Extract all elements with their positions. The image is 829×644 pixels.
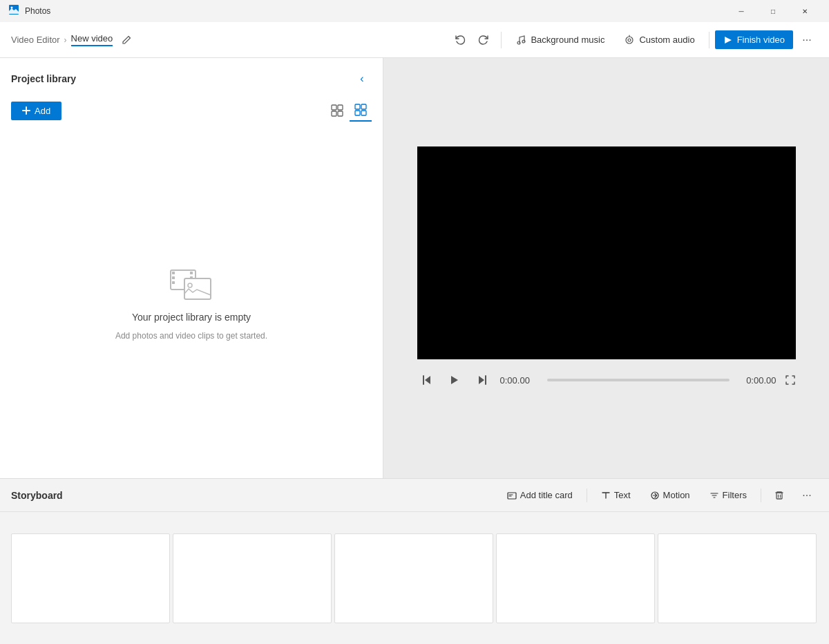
svg-rect-20 [172, 281, 175, 284]
main-content: Project library ‹ Add [0, 58, 829, 478]
svg-rect-16 [361, 111, 366, 115]
svg-rect-9 [332, 105, 336, 110]
add-title-card-button[interactable]: Add title card [500, 487, 580, 503]
empty-library-icon [169, 265, 213, 303]
filters-button[interactable]: Filters [703, 487, 754, 503]
storyboard-content [0, 512, 829, 644]
svg-rect-14 [361, 104, 366, 109]
storyboard-panel: Storyboard Add title card Text Motion [0, 478, 829, 644]
library-header: Project library ‹ [0, 58, 383, 94]
preview-panel: 0:00.00 0:00.00 [383, 58, 829, 478]
storyboard-card[interactable] [658, 533, 817, 623]
storyboard-title: Storyboard [11, 490, 63, 501]
svg-point-4 [626, 37, 633, 44]
svg-rect-33 [776, 493, 782, 499]
storyboard-more-button[interactable]: ··· [796, 484, 818, 506]
library-toolbar: Add [0, 94, 383, 127]
storyboard-card[interactable] [496, 533, 655, 623]
app-title: Photos [25, 6, 50, 16]
library-empty-title: Your project library is empty [132, 312, 251, 323]
nav-separator: › [64, 35, 67, 45]
svg-rect-19 [172, 276, 175, 279]
toolbar-actions: Background music Custom audio Finish vid… [448, 29, 818, 51]
photos-icon [8, 4, 19, 18]
progress-bar[interactable] [547, 379, 730, 381]
storyboard-divider-1 [587, 489, 587, 502]
svg-rect-21 [190, 272, 193, 274]
library-empty-state: Your project library is empty Add photos… [0, 127, 383, 478]
library-collapse-button[interactable]: ‹ [352, 69, 372, 88]
title-bar-left: Photos [8, 4, 50, 18]
storyboard-card[interactable] [334, 533, 493, 623]
text-button[interactable]: Text [594, 487, 638, 503]
add-media-button[interactable]: Add [11, 102, 61, 120]
nav-parent[interactable]: Video Editor [11, 35, 60, 45]
storyboard-header: Storyboard Add title card Text Motion [0, 479, 829, 512]
time-total: 0:00.00 [738, 375, 776, 386]
storyboard-card[interactable] [173, 533, 332, 623]
title-bar: Photos ─ □ ✕ [0, 0, 829, 22]
video-preview [417, 146, 796, 359]
svg-point-5 [628, 39, 631, 41]
svg-point-2 [517, 41, 520, 44]
toolbar-more-button[interactable]: ··· [796, 29, 818, 51]
toolbar-separator-1 [501, 32, 502, 48]
library-title: Project library [11, 73, 76, 84]
nav-current: New video [71, 33, 113, 46]
toolbar-separator-2 [709, 32, 709, 48]
skip-back-button[interactable] [417, 370, 437, 390]
skip-forward-button[interactable] [473, 370, 492, 390]
view-toggles [326, 100, 372, 122]
play-button[interactable] [445, 370, 464, 390]
view-list-button[interactable] [350, 100, 372, 122]
svg-rect-10 [338, 105, 343, 110]
svg-rect-11 [332, 111, 336, 116]
library-empty-subtitle: Add photos and video clips to get starte… [115, 331, 267, 341]
background-music-button[interactable]: Background music [507, 30, 613, 50]
delete-button[interactable] [768, 484, 790, 506]
svg-rect-18 [172, 272, 175, 274]
storyboard-divider-2 [761, 489, 761, 502]
video-controls: 0:00.00 0:00.00 [417, 370, 796, 390]
time-current: 0:00.00 [500, 375, 539, 386]
svg-rect-15 [355, 111, 360, 115]
project-library-panel: Project library ‹ Add [0, 58, 383, 478]
toolbar: Video Editor › New video [0, 22, 829, 58]
undo-button[interactable] [448, 29, 470, 51]
close-button[interactable]: ✕ [789, 0, 821, 22]
title-bar-controls: ─ □ ✕ [725, 0, 821, 22]
svg-point-3 [522, 40, 525, 43]
motion-button[interactable]: Motion [643, 487, 697, 503]
svg-rect-13 [355, 104, 360, 109]
custom-audio-button[interactable]: Custom audio [616, 30, 703, 50]
fullscreen-button[interactable] [785, 375, 796, 386]
finish-video-button[interactable]: Finish video [715, 30, 793, 49]
redo-button[interactable] [473, 29, 495, 51]
breadcrumb: Video Editor › New video [11, 30, 136, 50]
storyboard-card[interactable] [11, 533, 170, 623]
view-grid-button[interactable] [326, 100, 348, 122]
minimize-button[interactable]: ─ [725, 0, 757, 22]
maximize-button[interactable]: □ [757, 0, 789, 22]
svg-rect-12 [338, 111, 343, 116]
edit-title-button[interactable] [117, 30, 136, 50]
